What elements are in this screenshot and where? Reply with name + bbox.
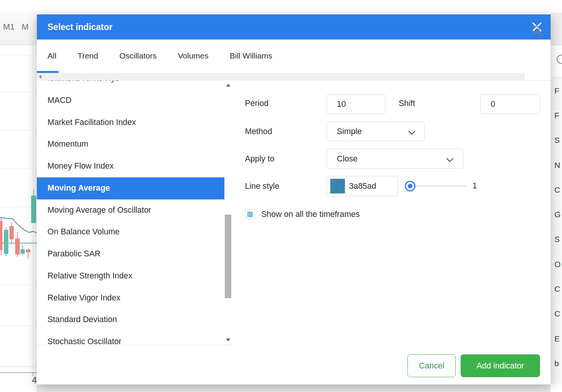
line-style-label: Line style [245, 182, 279, 191]
list-scrollbar[interactable] [224, 81, 232, 345]
color-swatch [330, 179, 345, 194]
period-label: Period [245, 99, 268, 108]
timeframe-button-m[interactable]: M [22, 22, 28, 32]
background-letter: E [554, 334, 562, 343]
candlestick-chart [0, 45, 37, 392]
shift-input[interactable] [480, 94, 540, 114]
indicator-list-item[interactable]: MACD [37, 90, 224, 112]
line-color-picker[interactable]: 3a85ad [327, 176, 398, 196]
background-letter: F [554, 86, 562, 95]
method-value: Simple [337, 122, 362, 141]
indicator-list-item[interactable]: Stochastic Oscillator [37, 331, 224, 345]
show-all-timeframes-checkbox[interactable] [245, 209, 255, 220]
scrollbar-thumb[interactable] [225, 215, 231, 298]
chart-toolbar: M1 M [0, 11, 37, 45]
indicator-list-item[interactable]: Moving Average [37, 177, 224, 199]
time-axis-label: 4 [32, 375, 37, 386]
background-letter: S [554, 136, 562, 145]
indicator-list-item[interactable]: Momentum [37, 133, 224, 155]
line-width-value: 1 [472, 181, 477, 191]
indicator-list-item[interactable]: Standard Deviation [37, 309, 224, 331]
search-icon [557, 55, 562, 64]
scroll-left-icon[interactable] [39, 75, 41, 79]
background-letter: C [554, 309, 562, 318]
chevron-down-icon [408, 128, 415, 134]
indicator-list-item[interactable]: On Balance Volume [37, 221, 224, 243]
scroll-down-icon[interactable] [226, 338, 230, 341]
dialog-header: Select indicator [37, 14, 551, 40]
checkbox-checked-mark [247, 212, 253, 217]
background-letter: C [554, 285, 562, 294]
tab[interactable]: Oscillators [109, 40, 167, 73]
background-letter: b [554, 359, 562, 368]
background-right-sliver: FFSNCGSOCCEb [551, 0, 562, 392]
tab[interactable]: Trend [67, 40, 109, 73]
color-hex-value: 3a85ad [349, 176, 376, 196]
dialog-title: Select indicator [47, 14, 112, 40]
background-letter: O [554, 260, 562, 269]
background-letter: F [554, 111, 562, 120]
shift-label: Shift [399, 99, 415, 108]
apply-to-label: Apply to [245, 154, 275, 164]
method-label: Method [245, 127, 272, 136]
timeframe-button-m1[interactable]: M1 [3, 22, 15, 32]
indicator-list-item[interactable]: Relative Vigor Index [37, 287, 224, 309]
background-toolbar-edge [551, 13, 562, 45]
background-letter: G [554, 210, 562, 219]
select-indicator-dialog: Select indicator AllTrendOscillatorsVolu… [37, 14, 551, 384]
search-icon[interactable] [531, 25, 543, 37]
indicator-list-item[interactable]: Relative Strength Index [37, 265, 224, 287]
indicator-list-item[interactable]: Money Flow Index [37, 155, 224, 177]
line-width-slider-thumb[interactable] [405, 181, 415, 191]
page-bottom-scrollbar[interactable] [36, 384, 562, 392]
add-indicator-button[interactable]: Add indicator [461, 354, 540, 377]
tab[interactable]: All [37, 40, 67, 73]
indicator-list-item[interactable]: Moving Average of Oscillator [37, 199, 224, 221]
method-select[interactable]: Simple [327, 122, 425, 141]
background-letter: N [554, 161, 562, 170]
screen: M1 M 4 FFSNCGSOCCEb Select indicator All… [0, 0, 562, 392]
divider [524, 80, 551, 81]
chevron-down-icon [446, 155, 453, 162]
indicator-list-item[interactable]: Parabolic SAR [37, 243, 224, 265]
tab-scrollbar[interactable] [37, 73, 524, 81]
tab[interactable]: Bill Williams [219, 40, 283, 73]
apply-to-select[interactable]: Close [327, 149, 463, 169]
period-input[interactable] [327, 94, 385, 114]
background-letter: S [554, 235, 562, 244]
tab[interactable]: Volumes [167, 40, 219, 73]
tab-bar: AllTrendOscillatorsVolumesBill Williams [37, 40, 551, 73]
line-width-slider-track[interactable] [410, 185, 467, 187]
scroll-up-icon[interactable] [226, 84, 230, 87]
background-letter: C [554, 185, 562, 194]
indicator-list: Ichimoku Kinko HyoMACDMarket Facilitatio… [37, 81, 224, 345]
cancel-button[interactable]: Cancel [407, 354, 456, 377]
show-all-timeframes-label: Show on all the timeframes [261, 210, 360, 219]
indicator-list-item[interactable]: Market Facilitation Index [37, 112, 224, 134]
indicator-list-item[interactable]: Ichimoku Kinko Hyo [37, 81, 224, 90]
apply-to-value: Close [337, 149, 358, 168]
